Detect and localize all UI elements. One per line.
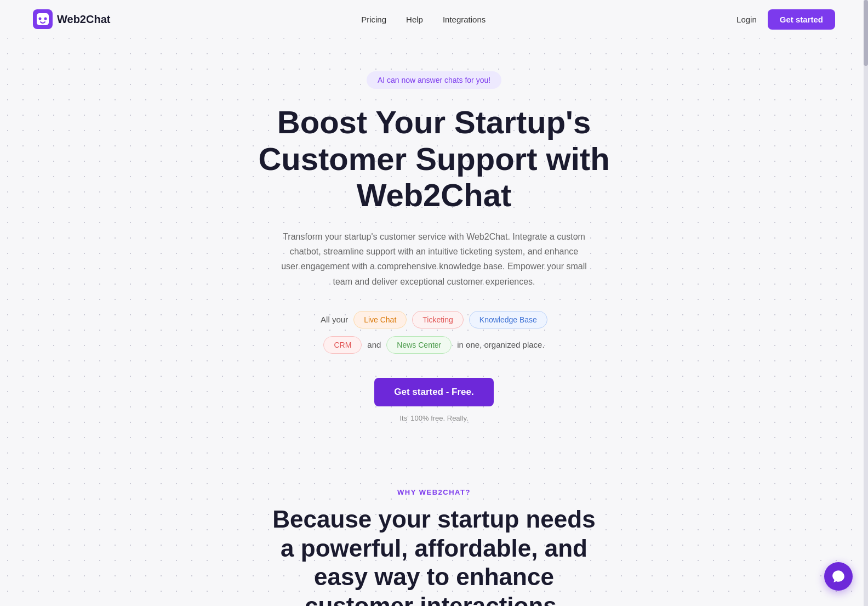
why-title: Because your startup needs a powerful, a… — [264, 505, 604, 606]
nav-right: Login Get started — [736, 9, 835, 30]
feature-tags-row-2: CRM and News Center in one, organized pl… — [323, 336, 544, 354]
all-your-label: All your — [321, 315, 348, 324]
logo-text: Web2Chat — [57, 13, 110, 26]
free-label: Its' 100% free. Really. — [399, 414, 468, 422]
pricing-link[interactable]: Pricing — [361, 15, 386, 24]
logo[interactable]: Web2Chat — [33, 9, 110, 29]
logo-icon — [33, 9, 53, 29]
hero-section: AI can now answer chats for you! Boost Y… — [0, 38, 868, 444]
knowledge-base-tag: Knowledge Base — [469, 311, 547, 329]
navbar: Web2Chat Pricing Help Integrations Login… — [0, 0, 868, 38]
scrollbar-thumb[interactable] — [864, 0, 868, 66]
get-started-nav-button[interactable]: Get started — [768, 9, 835, 30]
ticketing-tag: Ticketing — [412, 311, 464, 329]
chat-fab-icon — [831, 569, 846, 584]
feature-tags: All your Live Chat Ticketing Knowledge B… — [321, 311, 547, 354]
hero-title: Boost Your Startup's Customer Support wi… — [242, 104, 626, 214]
help-link[interactable]: Help — [406, 15, 423, 24]
login-link[interactable]: Login — [736, 15, 757, 24]
chat-fab-button[interactable] — [824, 562, 853, 591]
get-started-hero-button[interactable]: Get started - Free. — [374, 378, 494, 406]
feature-tags-row-1: All your Live Chat Ticketing Knowledge B… — [321, 311, 547, 329]
crm-tag: CRM — [323, 336, 362, 354]
why-label: WHY WEB2CHAT? — [11, 488, 857, 496]
ai-badge: AI can now answer chats for you! — [367, 71, 501, 89]
why-section: WHY WEB2CHAT? Because your startup needs… — [0, 444, 868, 606]
in-one-place-label: in one, organized place. — [457, 340, 544, 349]
hero-subtitle: Transform your startup's customer servic… — [281, 229, 587, 289]
svg-point-2 — [39, 18, 42, 20]
scrollbar[interactable] — [864, 0, 868, 606]
live-chat-tag: Live Chat — [353, 311, 407, 329]
nav-links: Pricing Help Integrations — [361, 15, 486, 24]
news-center-tag: News Center — [386, 336, 452, 354]
integrations-link[interactable]: Integrations — [443, 15, 486, 24]
svg-point-3 — [44, 18, 47, 20]
and-label: and — [367, 340, 381, 349]
